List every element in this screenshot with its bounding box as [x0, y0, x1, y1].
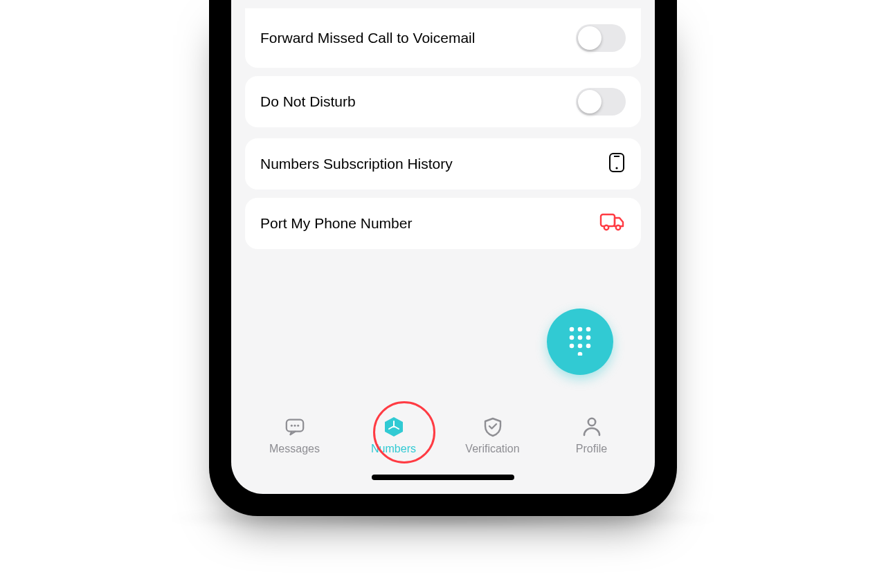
dialpad-icon — [566, 325, 594, 358]
svg-point-5 — [616, 226, 620, 230]
dialpad-fab[interactable] — [547, 309, 613, 375]
shield-check-icon — [482, 416, 503, 437]
tab-verification-label: Verification — [465, 443, 519, 455]
svg-point-9 — [570, 336, 575, 340]
row-port-number-label: Port My Phone Number — [260, 215, 412, 232]
row-subscription-history[interactable]: Numbers Subscription History — [245, 138, 641, 190]
toggle-forward-missed[interactable] — [576, 24, 626, 52]
device-icon — [608, 152, 626, 176]
tab-messages-label: Messages — [269, 443, 320, 455]
svg-point-7 — [578, 327, 583, 332]
svg-point-4 — [604, 226, 608, 230]
row-subscription-history-label: Numbers Subscription History — [260, 156, 453, 172]
svg-point-10 — [578, 336, 583, 340]
svg-point-19 — [297, 425, 299, 427]
svg-point-12 — [570, 344, 575, 349]
profile-icon — [581, 416, 602, 437]
svg-point-11 — [586, 336, 591, 340]
home-indicator — [372, 475, 514, 480]
svg-point-14 — [586, 344, 591, 349]
row-dnd-label: Do Not Disturb — [260, 93, 356, 110]
svg-point-15 — [578, 352, 583, 356]
chat-icon — [284, 416, 305, 437]
row-forward-missed-label: Forward Missed Call to Voicemail — [260, 30, 475, 46]
svg-point-18 — [293, 425, 296, 427]
svg-point-13 — [578, 344, 583, 349]
tab-messages[interactable]: Messages — [245, 400, 344, 494]
svg-point-6 — [570, 327, 575, 332]
svg-point-8 — [586, 327, 591, 332]
toggle-dnd[interactable] — [576, 88, 626, 116]
svg-point-17 — [290, 425, 292, 427]
row-forward-missed: Forward Missed Call to Voicemail — [245, 8, 641, 68]
phone-frame: Forward Missed Call to Voicemail Do Not … — [209, 0, 677, 516]
cube-icon — [383, 416, 404, 437]
tab-profile[interactable]: Profile — [542, 400, 641, 494]
truck-icon — [599, 212, 626, 235]
row-dnd: Do Not Disturb — [245, 76, 641, 127]
phone-screen: Forward Missed Call to Voicemail Do Not … — [231, 0, 655, 494]
svg-point-20 — [588, 419, 595, 425]
settings-list: Forward Missed Call to Voicemail Do Not … — [231, 0, 655, 263]
tab-numbers-label: Numbers — [371, 443, 416, 455]
tab-profile-label: Profile — [576, 443, 607, 455]
row-port-number[interactable]: Port My Phone Number — [245, 198, 641, 249]
svg-point-2 — [615, 167, 617, 169]
svg-rect-3 — [601, 214, 615, 226]
phone-mockup: Forward Missed Call to Voicemail Do Not … — [209, 0, 677, 516]
